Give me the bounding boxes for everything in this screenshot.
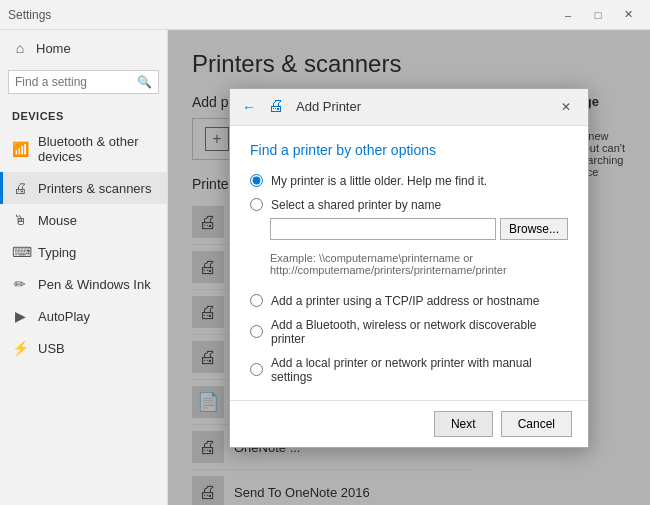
- radio-input-shared[interactable]: [250, 198, 263, 211]
- shared-printer-input[interactable]: [270, 218, 496, 240]
- sidebar-item-label: Pen & Windows Ink: [38, 277, 151, 292]
- maximize-button[interactable]: □: [584, 5, 612, 25]
- printer-icon: 🖨: [12, 180, 28, 196]
- sidebar-item-label: AutoPlay: [38, 309, 90, 324]
- sidebar-item-pen[interactable]: ✏ Pen & Windows Ink: [0, 268, 167, 300]
- main-content: Printers & scanners Add printers & scann…: [168, 30, 650, 505]
- sidebar-item-typing[interactable]: ⌨ Typing: [0, 236, 167, 268]
- bluetooth-icon: 📶: [12, 141, 28, 157]
- radio-label-shared: Select a shared printer by name: [271, 198, 441, 212]
- modal-overlay: ← 🖨 Add Printer ✕ Find a printer by othe…: [168, 30, 650, 505]
- radio-option-older[interactable]: My printer is a little older. Help me fi…: [250, 174, 568, 188]
- sidebar-item-label: Mouse: [38, 213, 77, 228]
- sidebar-search[interactable]: 🔍: [8, 70, 159, 94]
- radio-input-local[interactable]: [250, 363, 263, 376]
- browse-button[interactable]: Browse...: [500, 218, 568, 240]
- autoplay-icon: ▶: [12, 308, 28, 324]
- titlebar-title: Settings: [8, 8, 51, 22]
- shared-printer-input-row: Browse...: [270, 218, 568, 240]
- radio-option-tcpip[interactable]: Add a printer using a TCP/IP address or …: [250, 294, 568, 308]
- modal-body: Find a printer by other options My print…: [230, 126, 588, 400]
- app-body: ⌂ Home 🔍 Devices 📶 Bluetooth & other dev…: [0, 30, 650, 505]
- sidebar-item-usb[interactable]: ⚡ USB: [0, 332, 167, 364]
- radio-label-bluetooth: Add a Bluetooth, wireless or network dis…: [271, 318, 568, 346]
- modal-close-button[interactable]: ✕: [556, 97, 576, 117]
- cancel-button[interactable]: Cancel: [501, 411, 572, 437]
- radio-option-bluetooth[interactable]: Add a Bluetooth, wireless or network dis…: [250, 318, 568, 346]
- modal-title-left: ← 🖨 Add Printer: [242, 97, 361, 117]
- close-button[interactable]: ✕: [614, 5, 642, 25]
- pen-icon: ✏: [12, 276, 28, 292]
- modal-footer: Next Cancel: [230, 400, 588, 447]
- sidebar-item-home[interactable]: ⌂ Home: [0, 30, 167, 66]
- sidebar: ⌂ Home 🔍 Devices 📶 Bluetooth & other dev…: [0, 30, 168, 505]
- search-icon: 🔍: [131, 71, 158, 93]
- sidebar-item-label: Printers & scanners: [38, 181, 151, 196]
- sidebar-item-bluetooth[interactable]: 📶 Bluetooth & other devices: [0, 126, 167, 172]
- radio-label-local: Add a local printer or network printer w…: [271, 356, 568, 384]
- sidebar-item-mouse[interactable]: 🖱 Mouse: [0, 204, 167, 236]
- titlebar: Settings – □ ✕: [0, 0, 650, 30]
- modal-titlebar: ← 🖨 Add Printer ✕: [230, 89, 588, 126]
- sidebar-item-label: Bluetooth & other devices: [38, 134, 155, 164]
- radio-label-tcpip: Add a printer using a TCP/IP address or …: [271, 294, 539, 308]
- add-printer-modal: ← 🖨 Add Printer ✕ Find a printer by othe…: [229, 88, 589, 448]
- radio-group: My printer is a little older. Help me fi…: [250, 174, 568, 384]
- radio-option-shared[interactable]: Select a shared printer by name: [250, 198, 568, 212]
- radio-label-older: My printer is a little older. Help me fi…: [271, 174, 487, 188]
- sidebar-section-label: Devices: [0, 102, 167, 126]
- modal-back-button[interactable]: ←: [242, 99, 256, 115]
- modal-title-text: Add Printer: [296, 99, 361, 114]
- sidebar-item-label: USB: [38, 341, 65, 356]
- modal-printer-icon: 🖨: [268, 97, 288, 117]
- search-input[interactable]: [9, 71, 131, 93]
- radio-input-bluetooth[interactable]: [250, 325, 263, 338]
- mouse-icon: 🖱: [12, 212, 28, 228]
- usb-icon: ⚡: [12, 340, 28, 356]
- sidebar-item-printers[interactable]: 🖨 Printers & scanners: [0, 172, 167, 204]
- home-icon: ⌂: [12, 40, 28, 56]
- sidebar-item-label: Typing: [38, 245, 76, 260]
- radio-input-tcpip[interactable]: [250, 294, 263, 307]
- sidebar-home-label: Home: [36, 41, 71, 56]
- example-text: Example: \\computername\printername or h…: [270, 252, 568, 276]
- next-button[interactable]: Next: [434, 411, 493, 437]
- minimize-button[interactable]: –: [554, 5, 582, 25]
- titlebar-controls: – □ ✕: [554, 5, 642, 25]
- modal-heading: Find a printer by other options: [250, 142, 568, 158]
- radio-input-older[interactable]: [250, 174, 263, 187]
- sidebar-item-autoplay[interactable]: ▶ AutoPlay: [0, 300, 167, 332]
- radio-option-local[interactable]: Add a local printer or network printer w…: [250, 356, 568, 384]
- keyboard-icon: ⌨: [12, 244, 28, 260]
